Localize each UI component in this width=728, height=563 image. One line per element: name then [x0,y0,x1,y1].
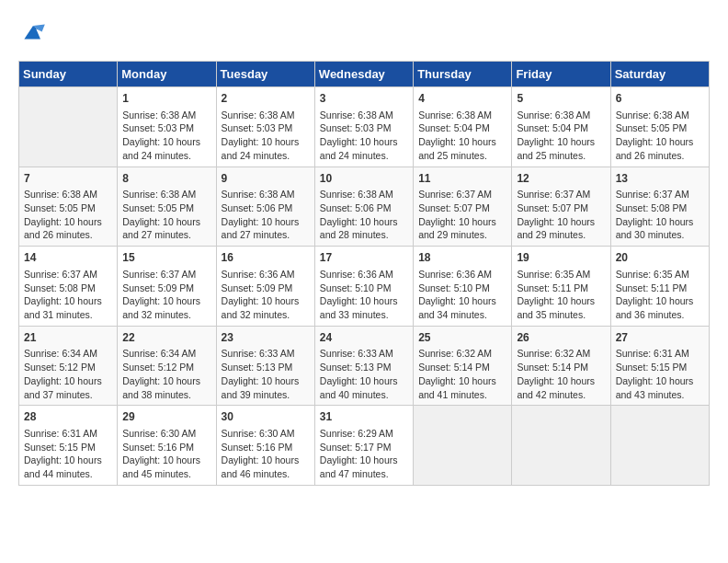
sunset: Sunset: 5:05 PM [24,202,96,213]
calendar-cell: 3 Sunrise: 6:38 AM Sunset: 5:03 PM Dayli… [314,87,413,167]
calendar-cell: 7 Sunrise: 6:38 AM Sunset: 5:05 PM Dayli… [19,167,118,247]
sunrise: Sunrise: 6:36 AM [320,269,393,280]
sunset: Sunset: 5:17 PM [320,442,392,453]
daylight: Daylight: 10 hours and 33 minutes. [320,295,398,320]
calendar-cell: 19 Sunrise: 6:35 AM Sunset: 5:11 PM Dayl… [512,247,610,327]
daylight: Daylight: 10 hours and 24 minutes. [222,136,300,161]
calendar-cell: 14 Sunrise: 6:37 AM Sunset: 5:08 PM Dayl… [19,247,118,327]
calendar-cell: 18 Sunrise: 6:36 AM Sunset: 5:10 PM Dayl… [414,247,512,327]
sunrise: Sunrise: 6:36 AM [418,269,492,280]
sunset: Sunset: 5:04 PM [517,122,588,133]
day-number: 6 [616,91,704,107]
calendar-cell: 26 Sunrise: 6:32 AM Sunset: 5:14 PM Dayl… [512,326,610,406]
sunrise: Sunrise: 6:38 AM [122,189,196,200]
day-number: 24 [320,330,408,346]
daylight: Daylight: 10 hours and 32 minutes. [222,295,300,320]
calendar-cell: 29 Sunrise: 6:30 AM Sunset: 5:16 PM Dayl… [118,406,216,486]
day-number: 29 [122,409,210,425]
day-number: 4 [418,91,506,107]
daylight: Daylight: 10 hours and 46 minutes. [222,454,300,479]
weekday-header-sunday: Sunday [19,62,118,87]
calendar-week-3: 14 Sunrise: 6:37 AM Sunset: 5:08 PM Dayl… [19,247,710,327]
daylight: Daylight: 10 hours and 42 minutes. [517,375,595,400]
day-number: 14 [24,250,112,266]
sunrise: Sunrise: 6:29 AM [320,428,393,439]
daylight: Daylight: 10 hours and 34 minutes. [418,295,496,320]
sunrise: Sunrise: 6:31 AM [24,428,97,439]
calendar-cell: 16 Sunrise: 6:36 AM Sunset: 5:09 PM Dayl… [216,247,314,327]
sunset: Sunset: 5:06 PM [222,202,293,213]
weekday-header-thursday: Thursday [414,62,512,87]
daylight: Daylight: 10 hours and 45 minutes. [122,454,200,479]
sunrise: Sunrise: 6:33 AM [320,348,393,359]
day-number: 13 [616,171,704,187]
daylight: Daylight: 10 hours and 38 minutes. [122,375,200,400]
sunrise: Sunrise: 6:38 AM [418,109,492,121]
header [18,18,710,52]
sunset: Sunset: 5:14 PM [418,362,490,373]
day-number: 7 [24,171,112,187]
sunset: Sunset: 5:14 PM [517,362,588,373]
day-number: 16 [222,250,310,266]
calendar-cell: 12 Sunrise: 6:37 AM Sunset: 5:07 PM Dayl… [512,167,610,247]
sunrise: Sunrise: 6:32 AM [517,348,590,359]
sunrise: Sunrise: 6:37 AM [24,269,97,280]
sunrise: Sunrise: 6:31 AM [616,348,689,359]
sunset: Sunset: 5:09 PM [222,282,293,293]
daylight: Daylight: 10 hours and 32 minutes. [122,295,200,320]
sunset: Sunset: 5:03 PM [320,122,392,133]
day-number: 9 [222,171,310,187]
weekday-header-friday: Friday [512,62,610,87]
calendar-cell: 21 Sunrise: 6:34 AM Sunset: 5:12 PM Dayl… [19,326,118,406]
day-number: 5 [517,91,605,107]
sunset: Sunset: 5:13 PM [222,362,293,373]
calendar-week-5: 28 Sunrise: 6:31 AM Sunset: 5:15 PM Dayl… [19,406,710,486]
day-number: 10 [320,171,408,187]
sunrise: Sunrise: 6:37 AM [122,269,196,280]
sunset: Sunset: 5:16 PM [122,442,194,453]
sunset: Sunset: 5:13 PM [320,362,392,373]
sunrise: Sunrise: 6:30 AM [222,428,295,439]
day-number: 25 [418,330,506,346]
sunset: Sunset: 5:03 PM [122,122,194,133]
day-number: 1 [122,91,210,107]
sunset: Sunset: 5:04 PM [418,122,490,133]
sunrise: Sunrise: 6:38 AM [517,109,590,121]
calendar-cell: 9 Sunrise: 6:38 AM Sunset: 5:06 PM Dayli… [216,167,314,247]
sunset: Sunset: 5:10 PM [320,282,392,293]
sunrise: Sunrise: 6:38 AM [616,109,689,121]
daylight: Daylight: 10 hours and 24 minutes. [320,136,398,161]
daylight: Daylight: 10 hours and 40 minutes. [320,375,398,400]
calendar-cell: 17 Sunrise: 6:36 AM Sunset: 5:10 PM Dayl… [314,247,413,327]
sunrise: Sunrise: 6:38 AM [122,109,196,121]
daylight: Daylight: 10 hours and 28 minutes. [320,216,398,241]
sunset: Sunset: 5:11 PM [616,282,688,293]
calendar-cell [610,406,709,486]
daylight: Daylight: 10 hours and 31 minutes. [24,295,102,320]
sunset: Sunset: 5:12 PM [122,362,194,373]
day-number: 2 [222,91,310,107]
day-number: 22 [122,330,210,346]
sunset: Sunset: 5:08 PM [616,202,688,213]
sunrise: Sunrise: 6:32 AM [418,348,492,359]
calendar-cell: 13 Sunrise: 6:37 AM Sunset: 5:08 PM Dayl… [610,167,709,247]
logo [18,18,51,52]
sunrise: Sunrise: 6:35 AM [517,269,590,280]
day-number: 15 [122,250,210,266]
sunset: Sunset: 5:07 PM [418,202,490,213]
sunset: Sunset: 5:12 PM [24,362,96,373]
daylight: Daylight: 10 hours and 26 minutes. [616,136,694,161]
sunrise: Sunrise: 6:38 AM [24,189,97,200]
day-number: 12 [517,171,605,187]
day-number: 19 [517,250,605,266]
sunset: Sunset: 5:03 PM [222,122,293,133]
day-number: 21 [24,330,112,346]
daylight: Daylight: 10 hours and 41 minutes. [418,375,496,400]
sunset: Sunset: 5:11 PM [517,282,588,293]
daylight: Daylight: 10 hours and 25 minutes. [418,136,496,161]
calendar-cell: 28 Sunrise: 6:31 AM Sunset: 5:15 PM Dayl… [19,406,118,486]
calendar-cell: 4 Sunrise: 6:38 AM Sunset: 5:04 PM Dayli… [414,87,512,167]
sunset: Sunset: 5:15 PM [616,362,688,373]
daylight: Daylight: 10 hours and 37 minutes. [24,375,102,400]
sunset: Sunset: 5:15 PM [24,442,96,453]
